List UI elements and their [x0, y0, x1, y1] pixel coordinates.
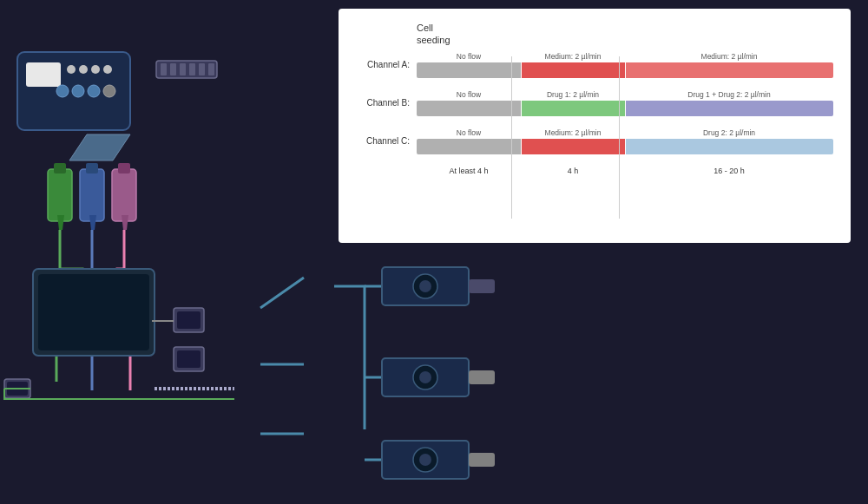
conn-2: [170, 63, 176, 75]
blue-connections: [260, 278, 304, 434]
chip-2-right-conn: [469, 370, 495, 384]
device-small-1-screen: [177, 311, 201, 329]
conn-4: [189, 63, 195, 75]
chip-2-port-inner: [419, 371, 431, 383]
btn-3: [91, 65, 100, 74]
channel-c-seg-2: [522, 139, 626, 154]
pump-head-3: [88, 85, 100, 97]
channel-b-seg-2: [522, 101, 626, 116]
channel-c-bars: No flow Medium: 2 µl/min Drug 2: 2 µl/mi…: [417, 128, 833, 154]
channel-b-row: Channel B: No flow Drug 1: 2 µl/min Drug…: [352, 90, 833, 116]
pump-head-4: [103, 85, 115, 97]
conn-6: [208, 63, 214, 75]
time-label-2: 4 h: [521, 167, 625, 175]
chip-connector-line: [334, 286, 365, 429]
vial-pink: [112, 169, 136, 221]
btn-2: [79, 65, 88, 74]
pump-head-2: [72, 85, 84, 97]
conn-5: [199, 63, 205, 75]
channel-a-label-1: No flow: [417, 52, 521, 61]
pump-head-1: [56, 85, 69, 97]
time-label-1: At least 4 h: [417, 167, 521, 175]
btn-1: [67, 65, 76, 74]
channel-c-row: Channel C: No flow Medium: 2 µl/min Drug…: [352, 128, 833, 154]
channel-b-label-3: Drug 1 + Drug 2: 2 µl/min: [625, 90, 833, 99]
chips-diagram: [330, 260, 547, 494]
vial-blue-tip: [89, 215, 96, 230]
vial-green: [48, 169, 72, 221]
channel-a-seg-2: [522, 62, 626, 78]
channel-a-seg-1: [417, 62, 521, 78]
vial-blue: [80, 169, 104, 221]
channel-c-label-3: Drug 2: 2 µl/min: [625, 128, 833, 137]
channel-a-bars: No flow Medium: 2 µl/min Medium: 2 µl/mi…: [417, 52, 833, 78]
channel-b-label: Channel B:: [352, 98, 417, 108]
channel-a-seg-3: [626, 62, 833, 78]
divider-2: [619, 56, 620, 219]
vial-pink-tip: [122, 215, 128, 230]
channel-a-label-2: Medium: 2 µl/min: [521, 52, 625, 61]
channel-b-label-2: Drug 1: 2 µl/min: [521, 90, 625, 99]
vial-green-cap: [54, 163, 66, 173]
vial-green-tip: [57, 215, 64, 230]
conn-3: [180, 63, 186, 75]
channel-a-label-3: Medium: 2 µl/min: [625, 52, 833, 61]
vial-pink-cap: [118, 163, 130, 173]
chip-1-port-inner: [419, 280, 431, 292]
btn-4: [103, 65, 112, 74]
chip-3-right-conn: [469, 453, 495, 467]
chip-3-port-inner: [419, 454, 431, 466]
controller-screen: [26, 62, 61, 87]
channel-c-label: Channel C:: [352, 136, 417, 146]
channel-c-label-1: No flow: [417, 128, 521, 137]
channel-c-seg-1: [417, 139, 521, 154]
channel-b-seg-1: [417, 101, 521, 116]
channel-c-label-2: Medium: 2 µl/min: [521, 128, 625, 137]
channel-b-label-1: No flow: [417, 90, 521, 99]
divider-1: [511, 56, 512, 219]
vial-blue-cap: [86, 163, 98, 173]
device-small-2-screen: [177, 350, 201, 368]
chart-container: Cellseeding Channel A: No flow Medium: 2…: [339, 9, 851, 243]
channel-a-label: Channel A:: [352, 60, 417, 69]
time-label-3: 16 - 20 h: [625, 167, 833, 175]
conn-1: [161, 63, 167, 75]
chip-1-right-conn: [469, 279, 495, 293]
channel-b-seg-3: [626, 101, 833, 116]
chart-title: Cellseeding: [417, 22, 450, 47]
equipment-diagram: [0, 0, 347, 504]
reservoir-inner: [38, 274, 149, 350]
channel-c-seg-3: [626, 139, 833, 154]
channel-a-row: Channel A: No flow Medium: 2 µl/min Medi…: [352, 52, 833, 78]
channel-b-bars: No flow Drug 1: 2 µl/min Drug 1 + Drug 2…: [417, 90, 833, 116]
funnel: [69, 134, 130, 160]
